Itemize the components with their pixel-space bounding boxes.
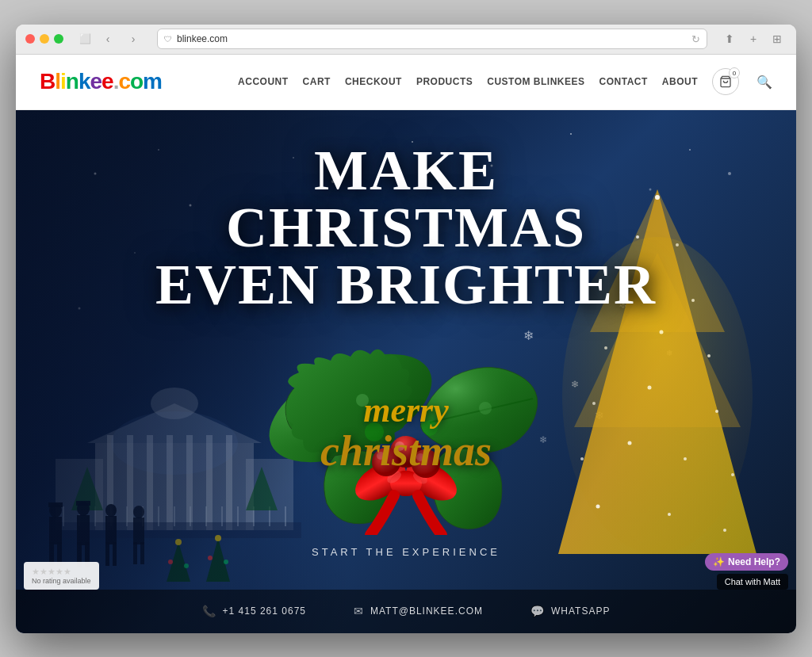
sidebar-toggle-button[interactable]: ⬜	[76, 30, 94, 48]
site-header: Blinkee.com ACCOUNT CART CHECKOUT PRODUC…	[16, 55, 796, 110]
nav-checkout[interactable]: CHECKOUT	[345, 76, 402, 87]
cart-count: 0	[729, 67, 740, 78]
minimize-button[interactable]	[40, 34, 49, 44]
sparkle-icon: ✨	[713, 556, 725, 567]
url-text: blinkee.com	[177, 33, 228, 44]
hero-section: ❄ ❄ ❄ ❄ ❄ ❄ ❄	[16, 110, 796, 633]
merry-christmas-text: merry christmas	[320, 391, 492, 472]
address-bar[interactable]: 🛡 blinkee.com ↻	[157, 29, 707, 49]
refresh-icon[interactable]: ↻	[691, 33, 700, 45]
traffic-lights	[25, 34, 63, 44]
holly-container: merry christmas	[239, 321, 573, 543]
site-nav: ACCOUNT CART CHECKOUT PRODUCTS CUSTOM BL…	[238, 68, 772, 95]
maximize-button[interactable]	[54, 34, 63, 44]
shield-icon: 🛡	[164, 35, 172, 44]
chat-with-matt-button[interactable]: Chat with Matt	[717, 574, 788, 590]
nav-about[interactable]: ABOUT	[662, 76, 698, 87]
address-bar-area: 🛡 blinkee.com ↻	[157, 29, 707, 49]
logo-letter-l: l	[55, 69, 60, 94]
logo-letter-e: e	[90, 69, 102, 94]
hero-content: MAKE CHRISTMAS EVEN BRIGHTER	[16, 110, 796, 633]
logo-letter-i: i	[60, 69, 66, 94]
headline-line2: EVEN BRIGHTER	[128, 256, 684, 313]
search-icon[interactable]: 🔍	[756, 74, 772, 90]
logo-letter-o: o	[130, 69, 143, 94]
star-rating: ★★★★★	[32, 567, 91, 577]
need-help-label: Need Help?	[728, 556, 780, 567]
hero-headline: MAKE CHRISTMAS EVEN BRIGHTER	[128, 142, 684, 313]
merry-text: merry	[320, 391, 492, 429]
browser-titlebar: ⬜ ‹ › 🛡 blinkee.com ↻ ⬆ + ⊞	[16, 25, 796, 55]
nav-products[interactable]: PRODUCTS	[416, 76, 473, 87]
need-help-button[interactable]: ✨ Need Help?	[705, 553, 788, 571]
tab-overview-button[interactable]: ⊞	[768, 29, 787, 48]
help-widget: ✨ Need Help? Chat with Matt	[705, 553, 788, 590]
nav-account[interactable]: ACCOUNT	[238, 76, 289, 87]
phone-number: +1 415 261 0675	[223, 605, 306, 617]
browser-actions: ⬆ + ⊞	[720, 29, 787, 48]
phone-icon: 📞	[202, 605, 216, 617]
nav-cart[interactable]: CART	[303, 76, 331, 87]
headline-line1: MAKE CHRISTMAS	[128, 142, 684, 256]
close-button[interactable]	[25, 34, 35, 44]
email-contact[interactable]: ✉ MATT@BLINKEE.COM	[354, 605, 483, 617]
phone-contact[interactable]: 📞 +1 415 261 0675	[202, 605, 306, 617]
nav-contact[interactable]: CONTACT	[599, 76, 648, 87]
email-icon: ✉	[354, 605, 364, 617]
whatsapp-contact[interactable]: 💬 WHATSAPP	[530, 605, 610, 617]
back-button[interactable]: ‹	[97, 30, 119, 48]
nav-custom-blinkees[interactable]: CUSTOM BLINKEES	[487, 76, 584, 87]
browser-window: ⬜ ‹ › 🛡 blinkee.com ↻ ⬆ + ⊞ Blinkee.com …	[16, 25, 796, 633]
christmas-text: christmas	[320, 430, 492, 472]
hero-bottom-bar: 📞 +1 415 261 0675 ✉ MATT@BLINKEE.COM 💬 W…	[16, 590, 796, 633]
website: Blinkee.com ACCOUNT CART CHECKOUT PRODUC…	[16, 55, 796, 633]
cart-icon-button[interactable]: 0	[712, 68, 739, 95]
whatsapp-icon: 💬	[530, 605, 545, 617]
whatsapp-label: WHATSAPP	[551, 605, 610, 617]
logo-letter-c: c	[118, 69, 130, 94]
logo[interactable]: Blinkee.com	[40, 69, 162, 94]
logo-letter-k: k	[79, 69, 90, 94]
share-button[interactable]: ⬆	[720, 29, 739, 48]
email-address: MATT@BLINKEE.COM	[370, 605, 483, 617]
start-experience[interactable]: START THE EXPERIENCE	[312, 546, 500, 558]
logo-letter-n: n	[66, 69, 79, 94]
rating-badge: ★★★★★ No rating available	[24, 562, 99, 590]
new-tab-button[interactable]: +	[744, 29, 763, 48]
rating-text: No rating available	[32, 577, 91, 585]
nav-buttons: ⬜ ‹ ›	[76, 30, 144, 48]
logo-letter-m: m	[143, 69, 162, 94]
logo-letter-b: B	[40, 69, 55, 94]
logo-letter-e2: e	[102, 69, 113, 94]
forward-button[interactable]: ›	[122, 30, 144, 48]
